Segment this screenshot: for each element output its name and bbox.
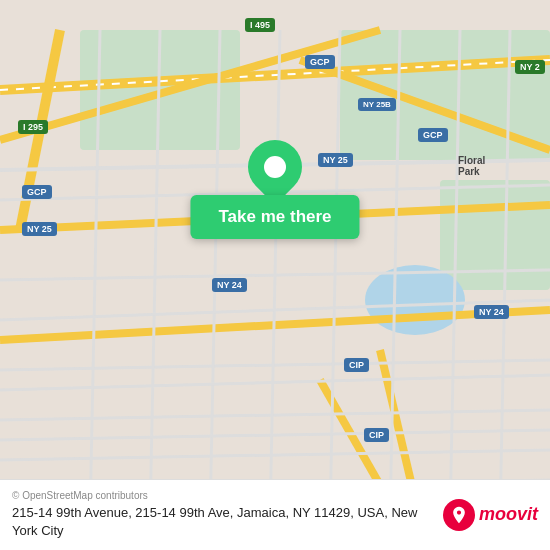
moovit-svg-icon	[449, 505, 469, 525]
shield-i495: I 495	[245, 18, 275, 32]
shield-gcp3: GCP	[418, 128, 448, 142]
moovit-logo-text: moovit	[479, 504, 538, 525]
svg-line-30	[0, 430, 550, 440]
copyright-text: © OpenStreetMap contributors	[12, 490, 433, 501]
moovit-icon	[443, 499, 475, 531]
svg-line-16	[0, 410, 550, 420]
shield-ny24a: NY 24	[212, 278, 247, 292]
shield-cip2: CIP	[364, 428, 389, 442]
shield-ny2: NY 2	[515, 60, 545, 74]
map-pin	[248, 140, 302, 194]
svg-line-15	[0, 360, 550, 370]
svg-line-29	[0, 375, 550, 390]
take-me-there-button[interactable]: Take me there	[190, 195, 359, 239]
info-bar: © OpenStreetMap contributors 215-14 99th…	[0, 479, 550, 550]
shield-ny25b: NY 25B	[358, 98, 396, 111]
shield-i295: I 295	[18, 120, 48, 134]
moovit-logo: moovit	[443, 499, 538, 531]
road-layer	[0, 0, 550, 550]
svg-line-17	[0, 450, 550, 460]
address-text: 215-14 99th Avenue, 215-14 99th Ave, Jam…	[12, 504, 433, 540]
svg-point-3	[365, 265, 465, 335]
shield-gcp1: GCP	[305, 55, 335, 69]
shield-gcp2: GCP	[22, 185, 52, 199]
shield-ny24b: NY 24	[474, 305, 509, 319]
shield-ny25c: NY 25	[22, 222, 57, 236]
shield-ny25: NY 25	[318, 153, 353, 167]
map-container: I 495 I 295 GCP GCP GCP NY 25B NY 25 NY …	[0, 0, 550, 550]
address-block: © OpenStreetMap contributors 215-14 99th…	[12, 490, 433, 540]
shield-cip1: CIP	[344, 358, 369, 372]
